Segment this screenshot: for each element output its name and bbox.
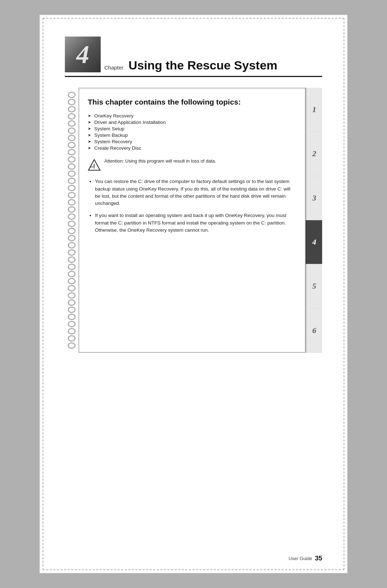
chapter-tab-1[interactable]: 1 xyxy=(306,88,322,132)
spiral-ring xyxy=(68,256,76,263)
chapter-tab-6[interactable]: 6 xyxy=(306,309,322,353)
svg-text:§§§: §§§ xyxy=(90,165,95,168)
bullet-item: You can restore the C: drive of the comp… xyxy=(95,178,296,207)
footer-page-number: 35 xyxy=(315,555,322,562)
chapter-number-box: 4 xyxy=(65,37,101,72)
attention-text: Attention: Using this program will resul… xyxy=(104,158,216,164)
attention-box: ! §§§ Attention: Using this program will… xyxy=(88,158,296,172)
spiral-ring xyxy=(68,92,76,98)
spiral-ring xyxy=(68,342,76,349)
chapter-tab-2[interactable]: 2 xyxy=(306,132,322,176)
spiral-ring xyxy=(68,142,76,148)
bullet-item: If you want to install an operating syst… xyxy=(95,212,296,234)
spiral-ring xyxy=(68,221,76,227)
chapter-title: Using the Rescue System xyxy=(128,58,277,72)
toc-item: System Setup xyxy=(88,126,296,131)
spiral-ring xyxy=(68,135,76,141)
page: 4 Chapter Using the Rescue System This c… xyxy=(39,15,348,573)
chapter-label-title: Chapter Using the Rescue System xyxy=(101,58,322,72)
chapter-tabs: 123456 xyxy=(306,88,322,353)
chapter-label: Chapter xyxy=(104,64,123,71)
chapter-tab-4[interactable]: 4 xyxy=(306,220,322,264)
spiral-ring xyxy=(68,185,76,191)
spiral-ring xyxy=(68,292,76,299)
spiral-ring xyxy=(68,163,76,170)
chapter-tab-5[interactable]: 5 xyxy=(306,264,322,308)
spiral-ring xyxy=(68,127,76,134)
toc-item: Driver and Application Installation xyxy=(88,120,296,125)
warning-icon: ! §§§ xyxy=(88,159,101,172)
spiral-ring xyxy=(68,213,76,220)
toc-item: System Backup xyxy=(88,132,296,138)
spiral-ring xyxy=(68,99,76,105)
header-rule xyxy=(65,76,322,77)
chapter-header: 4 Chapter Using the Rescue System xyxy=(65,37,322,72)
spiral-ring xyxy=(68,192,76,198)
spiral-ring xyxy=(68,242,76,249)
spiral-ring xyxy=(68,249,76,256)
spiral-ring xyxy=(68,278,76,284)
spiral-ring xyxy=(68,285,76,291)
chapter-tab-3[interactable]: 3 xyxy=(306,176,322,220)
spiral-ring xyxy=(68,156,76,163)
spiral-ring xyxy=(68,328,76,334)
toc-item: OneKey Recovery xyxy=(88,113,296,119)
spiral-ring xyxy=(68,149,76,155)
spiral-ring xyxy=(68,120,76,127)
toc-list: OneKey RecoveryDriver and Application In… xyxy=(88,113,296,151)
spiral-ring xyxy=(68,335,76,342)
spiral-ring xyxy=(68,106,76,112)
spiral-ring xyxy=(68,321,76,327)
bullet-list: You can restore the C: drive of the comp… xyxy=(88,178,296,234)
spiral-ring xyxy=(68,235,76,241)
spiral-ring xyxy=(68,199,76,206)
content-box: This chapter contains the following topi… xyxy=(78,88,306,353)
spiral-ring xyxy=(68,113,76,120)
toc-item: Create Recovery Disc xyxy=(88,145,296,151)
page-footer: User Guide 35 xyxy=(288,555,322,562)
spiral-ring xyxy=(68,271,76,277)
content-wrapper: This chapter contains the following topi… xyxy=(65,88,322,353)
spiral-binding xyxy=(65,88,78,353)
toc-heading: This chapter contains the following topi… xyxy=(88,97,296,107)
spiral-ring xyxy=(68,206,76,213)
spiral-ring xyxy=(68,314,76,320)
spiral-ring xyxy=(68,178,76,184)
spiral-ring xyxy=(68,228,76,234)
toc-item: System Recovery xyxy=(88,139,296,144)
footer-label: User Guide xyxy=(288,556,312,561)
spiral-ring xyxy=(68,307,76,313)
spiral-ring xyxy=(68,299,76,306)
chapter-number: 4 xyxy=(76,40,89,69)
spiral-ring xyxy=(68,264,76,270)
spiral-ring xyxy=(68,170,76,177)
